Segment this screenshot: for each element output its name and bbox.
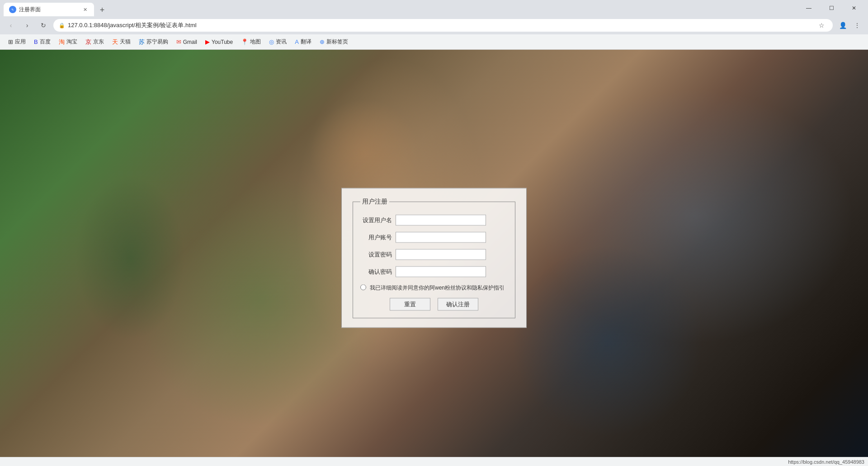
tianmao-icon: 天 <box>112 38 118 46</box>
bookmark-gmail-label: Gmail <box>183 39 197 45</box>
bookmark-apps-label: 应用 <box>15 38 26 46</box>
agreement-text: 我已详细阅读并同意你的阿wen粉丝协议和隐私保护指引 <box>370 284 505 292</box>
submit-button[interactable]: 确认注册 <box>438 298 478 311</box>
bookmark-maps-label: 地图 <box>250 38 261 46</box>
status-bar: https://blog.csdn.net/qq_45948983 <box>0 457 868 466</box>
reset-button[interactable]: 重置 <box>390 298 430 311</box>
bookmark-suning-label: 苏宁易购 <box>146 38 168 46</box>
bookmark-apps[interactable]: ⊞ 应用 <box>5 36 29 48</box>
maps-icon: 📍 <box>241 38 248 45</box>
gmail-icon: ✉ <box>176 38 181 45</box>
jd-icon: 京 <box>85 38 91 46</box>
bookmark-star-icon[interactable]: ☆ <box>816 21 827 30</box>
tab-title: 注册界面 <box>19 6 79 14</box>
url-text: 127.0.0.1:8848/javascript/相关案例/验证表单.html <box>68 21 813 29</box>
address-right-icons: 👤 ⋮ <box>836 19 863 32</box>
suning-icon: 苏 <box>139 38 145 46</box>
confirm-row: 确认密码 <box>360 266 508 277</box>
status-url: https://blog.csdn.net/qq_45948983 <box>788 459 864 465</box>
form-fieldset: 用户注册 设置用户名 用户账号 设置密码 确认密码 我已详细阅读并同意你的阿we… <box>353 198 515 319</box>
tab-close-button[interactable]: ✕ <box>81 6 89 13</box>
bookmark-gmail[interactable]: ✉ Gmail <box>173 37 201 47</box>
form-legend: 用户注册 <box>360 198 389 206</box>
bookmark-newtab[interactable]: ⊕ 新标签页 <box>316 36 352 48</box>
forward-button[interactable]: › <box>21 19 33 32</box>
menu-icon[interactable]: ⋮ <box>851 19 863 32</box>
username-row: 设置用户名 <box>360 215 508 226</box>
apps-icon: ⊞ <box>8 38 13 45</box>
news-icon: ◎ <box>269 38 274 45</box>
bookmark-translate[interactable]: A 翻译 <box>291 36 315 48</box>
bookmark-baidu-label: 百度 <box>40 38 51 46</box>
lock-icon: 🔒 <box>59 23 65 29</box>
youtube-icon: ▶ <box>205 38 210 45</box>
window-controls: — ☐ ✕ <box>798 1 864 15</box>
agreement-row: 我已详细阅读并同意你的阿wen粉丝协议和隐私保护指引 <box>360 284 508 292</box>
back-button[interactable]: ‹ <box>5 19 17 32</box>
password-label: 设置密码 <box>360 251 392 259</box>
agreement-radio[interactable] <box>360 285 366 290</box>
bookmark-taobao[interactable]: 淘 淘宝 <box>55 36 81 48</box>
bookmark-translate-label: 翻译 <box>301 38 311 46</box>
url-bar[interactable]: 🔒 127.0.0.1:8848/javascript/相关案例/验证表单.ht… <box>53 19 833 32</box>
close-button[interactable]: ✕ <box>844 1 864 15</box>
reload-button[interactable]: ↻ <box>37 19 50 32</box>
newtab-icon: ⊕ <box>320 38 325 45</box>
bookmark-maps[interactable]: 📍 地图 <box>237 36 264 48</box>
account-label: 用户账号 <box>360 233 392 242</box>
registration-form-container: 用户注册 设置用户名 用户账号 设置密码 确认密码 我已详细阅读并同意你的阿we… <box>341 188 527 328</box>
active-tab[interactable]: ✎ 注册界面 ✕ <box>4 3 94 16</box>
account-input[interactable] <box>396 232 486 243</box>
bookmark-news[interactable]: ◎ 资讯 <box>265 36 290 48</box>
password-input[interactable] <box>396 249 486 260</box>
bookmark-jd[interactable]: 京 京东 <box>82 36 108 48</box>
title-bar: ✎ 注册界面 ✕ + — ☐ ✕ <box>0 0 868 16</box>
bookmark-tianmao[interactable]: 天 天猫 <box>108 36 134 48</box>
bookmarks-bar: ⊞ 应用 B 百度 淘 淘宝 京 京东 天 天猫 苏 苏宁易购 ✉ Gmail … <box>0 34 868 50</box>
account-icon[interactable]: 👤 <box>836 19 849 32</box>
bookmark-taobao-label: 淘宝 <box>66 38 77 46</box>
new-tab-button[interactable]: + <box>96 4 108 16</box>
minimize-button[interactable]: — <box>798 1 819 15</box>
maximize-button[interactable]: ☐ <box>821 1 842 15</box>
browser-chrome: ✎ 注册界面 ✕ + — ☐ ✕ ‹ › ↻ 🔒 127.0.0.1:8848/… <box>0 0 868 50</box>
username-label: 设置用户名 <box>360 216 392 224</box>
baidu-icon: B <box>34 38 38 45</box>
bookmark-tianmao-label: 天猫 <box>120 38 131 46</box>
bookmark-news-label: 资讯 <box>276 38 287 46</box>
username-input[interactable] <box>396 215 486 226</box>
address-bar: ‹ › ↻ 🔒 127.0.0.1:8848/javascript/相关案例/验… <box>0 16 868 34</box>
bookmark-newtab-label: 新标签页 <box>326 38 348 46</box>
page-content: 用户注册 设置用户名 用户账号 设置密码 确认密码 我已详细阅读并同意你的阿we… <box>0 50 868 466</box>
bookmark-youtube-label: YouTube <box>212 39 233 45</box>
taobao-icon: 淘 <box>59 38 65 46</box>
tab-favicon: ✎ <box>9 6 16 13</box>
svg-text:✎: ✎ <box>11 8 14 11</box>
form-buttons: 重置 确认注册 <box>360 298 508 311</box>
confirm-label: 确认密码 <box>360 268 392 276</box>
tab-area: ✎ 注册界面 ✕ + <box>4 0 798 16</box>
bookmark-jd-label: 京东 <box>93 38 104 46</box>
confirm-input[interactable] <box>396 266 486 277</box>
bookmark-youtube[interactable]: ▶ YouTube <box>202 37 236 47</box>
bookmark-baidu[interactable]: B 百度 <box>30 36 54 48</box>
bookmark-suning[interactable]: 苏 苏宁易购 <box>135 36 172 48</box>
password-row: 设置密码 <box>360 249 508 260</box>
account-row: 用户账号 <box>360 232 508 243</box>
translate-icon: A <box>295 38 299 45</box>
